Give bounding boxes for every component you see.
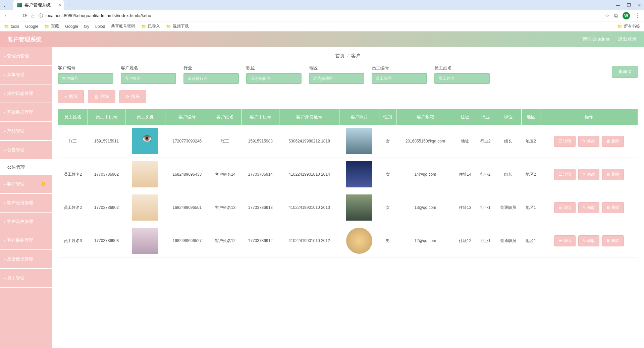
column-header: 性别 bbox=[379, 109, 396, 125]
sidebar-item-11[interactable]: 反馈建议管理 bbox=[0, 250, 52, 269]
table-cell: 行业1 bbox=[476, 191, 495, 224]
sidebar-item-9[interactable]: 客户流失管理 bbox=[0, 213, 52, 231]
profile-avatar[interactable]: W bbox=[623, 12, 630, 19]
logout-button[interactable]: 退出登录 bbox=[618, 36, 637, 42]
bookmark-item[interactable]: tools bbox=[4, 24, 19, 29]
admin-label[interactable]: 管理员 admin bbox=[582, 36, 610, 42]
bookmark-item[interactable]: Google bbox=[25, 24, 38, 29]
sidebar-item-3[interactable]: 基础数据管理 bbox=[0, 103, 52, 122]
bookmark-item[interactable]: txy bbox=[84, 24, 89, 29]
delete-button[interactable]: 🗑 删除 bbox=[602, 169, 624, 180]
sidebar-item-4[interactable]: 产品管理 bbox=[0, 122, 52, 141]
filter-0: 客户编号 bbox=[58, 65, 113, 84]
site-info-icon[interactable]: ⓘ bbox=[39, 13, 43, 19]
breadcrumb-current: 客户 bbox=[351, 53, 361, 58]
action-bar: +新增 🗑删除 ⟳报表 bbox=[58, 90, 638, 103]
table-cell: 男 bbox=[379, 224, 396, 257]
bookmark-item[interactable]: 已导入 bbox=[141, 23, 160, 29]
sidebar-item-2[interactable]: 操作日志管理 bbox=[0, 84, 52, 103]
edit-button[interactable]: ✎ 修改 bbox=[578, 235, 599, 246]
bookmark-item[interactable]: 视频下载 bbox=[166, 23, 189, 29]
extensions-icon[interactable]: ⧉ bbox=[614, 13, 618, 19]
minimize-icon[interactable]: — bbox=[616, 3, 620, 8]
maximize-icon[interactable]: ❐ bbox=[627, 3, 631, 8]
back-icon[interactable]: ← bbox=[4, 13, 9, 19]
detail-icon: ☰ bbox=[558, 238, 562, 243]
sidebar-item-6[interactable]: 公告管理 bbox=[0, 160, 52, 175]
customer-photo[interactable] bbox=[346, 194, 372, 221]
add-button[interactable]: +新增 bbox=[58, 90, 84, 103]
all-bookmarks[interactable]: 所有书签 bbox=[617, 23, 640, 29]
detail-button[interactable]: ☰ 详情 bbox=[554, 202, 576, 213]
bookmark-item[interactable]: 共享账号密码 bbox=[111, 23, 135, 29]
sidebar-item-0[interactable]: 管理员管理 bbox=[0, 47, 52, 66]
sidebar-item-1[interactable]: 菜单管理 bbox=[0, 66, 52, 84]
breadcrumb-home[interactable]: 首页 bbox=[335, 53, 345, 58]
table-cell: 地区1 bbox=[522, 191, 540, 224]
employee-avatar[interactable] bbox=[132, 161, 158, 187]
new-tab-button[interactable]: + bbox=[67, 2, 70, 8]
report-button[interactable]: ⟳报表 bbox=[119, 90, 146, 103]
customer-photo[interactable] bbox=[346, 128, 372, 154]
filter-4: 地区 bbox=[309, 65, 364, 84]
filter-input-5[interactable] bbox=[372, 73, 427, 84]
table-cell: ☰ 详情✎ 修改🗑 删除 bbox=[540, 191, 638, 224]
customer-photo[interactable] bbox=[346, 228, 372, 254]
table-cell: 14@qq.com bbox=[396, 158, 454, 191]
sidebar-item-8[interactable]: 客户走访管理 bbox=[0, 194, 52, 213]
table-cell: 15915915911 bbox=[88, 125, 125, 158]
search-button[interactable]: 查询 ⚲ bbox=[612, 66, 638, 78]
bookmark-item[interactable]: uplod bbox=[95, 24, 105, 29]
breadcrumb: 首页 / 客户 bbox=[58, 47, 638, 65]
employee-avatar[interactable] bbox=[132, 128, 158, 154]
browser-tab[interactable]: 客户管理系统 × bbox=[13, 0, 64, 10]
table-cell: 17703786913 bbox=[241, 191, 279, 224]
detail-button[interactable]: ☰ 详情 bbox=[554, 136, 576, 147]
address-bar[interactable]: ⓘ localhost:8080/kehuguanli/admin/dist/i… bbox=[39, 13, 601, 19]
table-cell: 1682489696527 bbox=[165, 224, 209, 257]
detail-button[interactable]: ☰ 详情 bbox=[554, 235, 576, 246]
edit-button[interactable]: ✎ 修改 bbox=[578, 136, 599, 147]
menu-icon[interactable]: ⋮ bbox=[635, 12, 640, 19]
reload-icon[interactable]: ⟳ bbox=[23, 12, 27, 19]
delete-button[interactable]: 🗑 删除 bbox=[602, 136, 624, 147]
customer-photo[interactable] bbox=[346, 161, 372, 187]
sidebar-item-5[interactable]: 公告管理 bbox=[0, 141, 52, 160]
trash-icon: 🗑 bbox=[94, 94, 99, 99]
filter-input-1[interactable] bbox=[121, 73, 176, 84]
home-icon[interactable]: ⌂ bbox=[31, 13, 35, 19]
table-cell bbox=[125, 191, 165, 224]
detail-button[interactable]: ☰ 详情 bbox=[554, 169, 576, 180]
table-cell: 住址14 bbox=[454, 158, 476, 191]
filter-input-0[interactable] bbox=[58, 73, 113, 84]
edit-button[interactable]: ✎ 修改 bbox=[578, 169, 599, 180]
filter-input-6[interactable] bbox=[434, 73, 490, 84]
delete-button[interactable]: 🗑 删除 bbox=[602, 202, 624, 213]
bookmark-item[interactable]: 宝藏 bbox=[44, 23, 59, 29]
tab-dropdown-icon[interactable]: ⌄ bbox=[3, 3, 6, 8]
bookmark-item[interactable]: Google bbox=[65, 24, 78, 29]
table-cell: 12@qq.com bbox=[396, 224, 454, 257]
main-content: 首页 / 客户 客户编号客户姓名行业职位地区员工编号员工姓名 查询 ⚲ +新增 … bbox=[52, 47, 644, 348]
column-header: 客户编号 bbox=[165, 109, 209, 125]
filter-input-3[interactable] bbox=[246, 73, 302, 84]
forward-icon[interactable]: → bbox=[13, 13, 19, 19]
delete-button[interactable]: 🗑删除 bbox=[88, 90, 115, 103]
table-cell: 地址 bbox=[454, 125, 476, 158]
close-window-icon[interactable]: ✕ bbox=[638, 3, 641, 8]
edit-button[interactable]: ✎ 修改 bbox=[578, 202, 599, 213]
sidebar-item-10[interactable]: 客户服务管理 bbox=[0, 231, 52, 250]
employee-avatar[interactable] bbox=[132, 228, 158, 254]
column-header: 客户照片 bbox=[339, 109, 379, 125]
sidebar-item-7[interactable]: 客户管理 bbox=[0, 175, 52, 194]
table-cell: 1720773090246 bbox=[165, 125, 209, 158]
close-icon[interactable]: × bbox=[59, 3, 61, 8]
filter-input-2[interactable] bbox=[183, 73, 239, 84]
bookmark-star-icon[interactable]: ☆ bbox=[605, 12, 609, 19]
sidebar-item-12[interactable]: 员工管理 bbox=[0, 269, 52, 288]
filter-2: 行业 bbox=[183, 65, 239, 84]
employee-avatar[interactable] bbox=[132, 194, 158, 221]
filter-input-4[interactable] bbox=[309, 73, 364, 84]
delete-button[interactable]: 🗑 删除 bbox=[602, 235, 624, 246]
table-cell: 员工姓名3 bbox=[58, 224, 88, 257]
